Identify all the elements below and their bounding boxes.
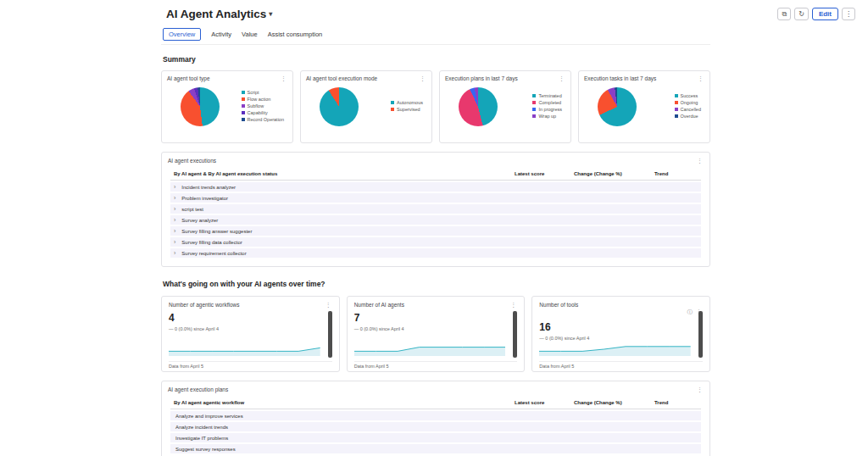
plans-table-body: Analyze and improve servicesAnalyze inci… (170, 411, 701, 453)
table-row[interactable]: Suggest survey responses (170, 444, 701, 453)
legend-item: Capability (242, 110, 284, 116)
card-menu-button[interactable]: ⋮ (509, 302, 517, 308)
pie-legend: AutonomousSupervised (391, 100, 423, 114)
legend-swatch (242, 111, 245, 114)
tools-sparkline-chart (539, 336, 691, 356)
info-icon[interactable]: ⓘ (687, 309, 693, 314)
table-header-row: By AI agent & By AI agent execution stat… (170, 169, 701, 181)
row-label: Survey analyzer (178, 218, 515, 223)
row-label: Incident trends analyzer (178, 185, 515, 190)
expand-chevron-icon[interactable]: › (174, 204, 175, 214)
column-header-latest-score: Latest score (515, 400, 574, 405)
row-label: Survey requirement collector (178, 251, 515, 256)
card-menu-button[interactable]: ⋮ (325, 302, 332, 308)
chart-scrollbar[interactable] (698, 311, 703, 358)
execution-tasks-pie-chart (598, 87, 637, 126)
share-icon: ⧉ (782, 10, 787, 18)
column-header-latest-score: Latest score (515, 171, 574, 176)
legend-item: Success (675, 93, 701, 99)
legend-swatch (532, 108, 536, 111)
table-row[interactable]: Investigate IT problems (170, 433, 701, 442)
pie-card-execution-tasks: Execution tasks in last 7 days ⋮ Success… (578, 70, 710, 143)
legend-swatch (242, 97, 245, 101)
metric-value: 7 (354, 312, 518, 324)
tab-assist-consumption[interactable]: Assist consumption (268, 29, 323, 40)
plans-table: By AI agent agentic workflow Latest scor… (170, 398, 701, 453)
edit-button[interactable]: Edit (812, 8, 838, 20)
title-caret-icon: ▾ (269, 10, 272, 18)
table-row[interactable]: ›Survey analyzer (170, 215, 701, 225)
expand-chevron-icon[interactable]: › (174, 237, 175, 247)
expand-chevron-icon[interactable]: › (174, 182, 175, 192)
table-row[interactable]: ›Survey filling data collector (170, 237, 701, 247)
table-row[interactable]: Analyze incident trends (170, 422, 701, 431)
card-menu-button[interactable]: ⋮ (558, 75, 565, 81)
tab-activity[interactable]: Activity (211, 29, 231, 40)
tab-overview[interactable]: Overview (163, 28, 201, 41)
card-menu-button[interactable]: ⋮ (697, 75, 704, 81)
share-button[interactable]: ⧉ (777, 8, 791, 20)
refresh-icon: ↻ (798, 10, 804, 18)
card-title: Number of agentic workflows (169, 302, 239, 308)
legend-item: Record Operation (242, 117, 284, 123)
table-row[interactable]: ›Incident trends analyzer (170, 182, 701, 192)
legend-item: Wrap up (532, 114, 562, 120)
legend-swatch (242, 118, 245, 121)
header-kebab-button[interactable]: ⋮ (842, 8, 855, 20)
legend-item: Subflow (242, 103, 284, 109)
metric-card-tools: Number of tools ⓘ⋮ 16 — 0 (0.0%) since A… (531, 296, 710, 372)
card-menu-button[interactable]: ⋮ (419, 75, 426, 81)
legend-label: Cancelled (681, 107, 701, 113)
card-menu-button[interactable]: ⋮ (280, 75, 287, 81)
metric-value: 16 (539, 321, 703, 333)
metric-row: Number of agentic workflows ⋮ 4 — 0 (0.0… (161, 296, 710, 372)
metric-footer: Data from April 5 (354, 361, 518, 369)
column-header-agent: By AI agent & By AI agent execution stat… (170, 171, 515, 176)
legend-item: Ongoing (675, 100, 701, 106)
legend-label: Wrap up (538, 114, 556, 120)
pie-legend: ScriptFlow actionSubflowCapabilityRecord… (242, 90, 284, 124)
legend-swatch (675, 114, 678, 118)
ai-agent-analytics-dashboard: ⧉ ↻ Edit ⋮ AI Agent Analytics▾ Overview … (0, 0, 868, 456)
legend-swatch (532, 101, 536, 104)
legend-swatch (242, 104, 245, 108)
expand-chevron-icon[interactable]: › (174, 248, 175, 258)
expand-chevron-icon[interactable]: › (174, 226, 175, 236)
refresh-button[interactable]: ↻ (794, 8, 809, 20)
card-menu-button[interactable]: ⋮ (696, 158, 704, 164)
table-header-row: By AI agent agentic workflow Latest scor… (170, 398, 701, 409)
expand-chevron-icon[interactable]: › (174, 215, 175, 225)
metric-value: 4 (169, 312, 332, 324)
column-header-change: Change (Change %) (574, 171, 654, 176)
executions-table-body: ›Incident trends analyzer›Problem invest… (170, 182, 701, 258)
table-row[interactable]: ›Survey requirement collector (170, 248, 701, 258)
expand-chevron-icon[interactable]: › (174, 193, 175, 203)
legend-label: Capability (248, 110, 268, 116)
row-label: Problem investigator (178, 196, 515, 201)
legend-label: Terminated (538, 93, 561, 99)
tab-bar: Overview Activity Value Assist consumpti… (161, 28, 710, 45)
chart-scrollbar[interactable] (328, 311, 332, 358)
legend-swatch (391, 101, 394, 104)
card-title: AI agent tool type (167, 75, 210, 81)
card-menu-button[interactable]: ⋮ (696, 386, 704, 392)
tool-type-pie-chart (181, 87, 220, 126)
over-time-heading: What's going on with your AI agents over… (163, 280, 710, 288)
legend-item: Script (242, 90, 284, 96)
table-row[interactable]: ›Survey filling answer suggester (170, 226, 701, 236)
legend-label: Completed (538, 100, 561, 106)
table-row[interactable]: ›script test (170, 204, 701, 214)
card-title: AI agent executions (168, 158, 216, 164)
chart-scrollbar[interactable] (513, 311, 517, 358)
header-actions: ⧉ ↻ Edit ⋮ (777, 8, 855, 20)
table-row[interactable]: Analyze and improve services (170, 411, 701, 420)
legend-label: Success (681, 93, 698, 99)
page-title[interactable]: AI Agent Analytics▾ (166, 8, 272, 20)
legend-item: Terminated (532, 93, 562, 99)
pie-legend: TerminatedCompletedIn progressWrap up (532, 93, 562, 120)
card-title: Execution tasks in last 7 days (584, 75, 656, 81)
tab-value[interactable]: Value (242, 29, 258, 40)
legend-swatch (675, 94, 678, 97)
table-row[interactable]: ›Problem investigator (170, 193, 701, 203)
page-title-text: AI Agent Analytics (166, 8, 266, 20)
